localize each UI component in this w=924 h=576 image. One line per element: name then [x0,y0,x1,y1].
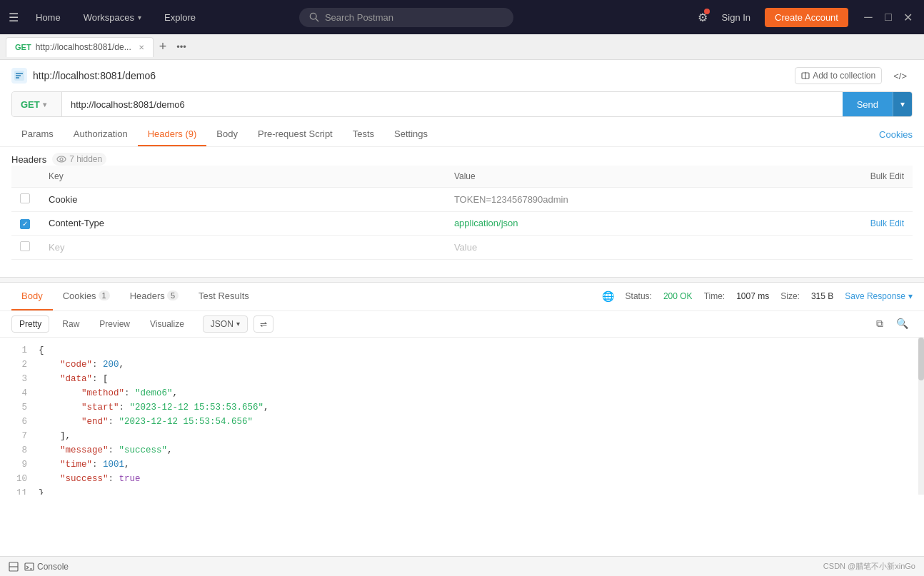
format-chevron-icon: ▾ [236,320,240,328]
table-row: Cookie TOKEN=1234567890admin [11,188,913,212]
nav-explore[interactable]: Explore [159,9,201,26]
header-col-bulk: Bulk Edit [855,166,913,188]
tab-authorization[interactable]: Authorization [64,123,138,146]
bulk-edit-button[interactable]: Bulk Edit [870,218,904,228]
format-label: JSON [211,319,233,329]
bottom-bar: Console CSDN @腊笔不小新xinGo [0,556,924,576]
svg-point-9 [60,158,63,161]
key-placeholder-cell[interactable]: Key [49,242,64,253]
minimize-button[interactable]: ─ [861,11,875,24]
code-line: 1 { [0,343,924,358]
method-dropdown-icon: ▾ [43,101,46,108]
resp-tab-test-results[interactable]: Test Results [189,283,259,310]
tab-body[interactable]: Body [206,123,248,146]
tab-pre-request-script[interactable]: Pre-request Script [248,123,343,146]
resp-tab-cookies[interactable]: Cookies 1 [53,283,120,310]
headers-table: Key Value Bulk Edit Cookie TOKEN=1234567… [11,166,913,260]
url-input[interactable] [62,92,843,116]
tab-method: GET [15,43,31,51]
code-line: 5 "start": "2023-12-12 15:53:53.656", [0,400,924,415]
key-cell[interactable]: Cookie [49,194,77,205]
send-main-button[interactable]: Send [843,92,893,116]
view-pretty-button[interactable]: Pretty [11,315,49,333]
row-checkbox[interactable]: ✓ [20,219,30,229]
panel-divider [0,277,924,283]
request-tab[interactable]: GET http://localhost:8081/de... ✕ [6,37,154,57]
send-dropdown-button[interactable]: ▾ [893,92,912,116]
tab-params[interactable]: Params [11,123,64,146]
console-button[interactable]: Console [24,562,69,572]
value-cell[interactable]: TOKEN=1234567890admin [454,194,568,205]
row-checkbox[interactable] [20,241,30,251]
view-preview-button[interactable]: Preview [92,316,137,332]
create-account-button[interactable]: Create Account [765,8,848,27]
resp-tab-body[interactable]: Body [11,283,53,310]
scrollbar-thumb[interactable] [918,338,924,380]
code-button[interactable]: </> [888,68,913,84]
response-status: 🌐 Status: 200 OK Time: 1007 ms Size: 315… [602,290,913,302]
save-response-button[interactable]: Save Response ▾ [845,291,913,301]
table-row: Key Value [11,235,913,259]
svg-point-8 [57,156,66,162]
nav-home[interactable]: Home [30,9,66,26]
collection-icon [801,71,810,80]
send-button-group: Send ▾ [843,92,912,116]
tab-add-button[interactable]: + [155,39,171,54]
settings-button[interactable]: ⚙ [698,11,708,24]
console-icon [24,562,34,572]
response-panel: Body Cookies 1 Headers 5 Test Results 🌐 … [0,283,924,495]
globe-icon: 🌐 [602,290,614,302]
signin-button[interactable]: Sign In [715,9,758,26]
titlebar-right: ⚙ Sign In Create Account ─ □ ✕ [698,8,915,27]
tab-close-icon[interactable]: ✕ [139,44,144,51]
format-select[interactable]: JSON ▾ [203,315,248,333]
search-bar[interactable]: Search Postman [299,8,513,27]
scrollbar-track[interactable] [918,338,924,495]
tab-more-button[interactable]: ••• [172,41,191,52]
url-bar: GET ▾ Send ▾ [11,91,913,117]
close-button[interactable]: ✕ [901,11,915,24]
layout-icon[interactable] [9,562,19,572]
tab-headers[interactable]: Headers (9) [138,123,207,146]
value-cell[interactable]: application/json [454,218,518,228]
eye-icon [56,156,66,163]
svg-line-1 [316,19,318,21]
method-select[interactable]: GET ▾ [12,92,62,116]
search-code-button[interactable]: 🔍 [892,316,913,331]
watermark: CSDN @腊笔不小新xinGo [823,561,915,572]
key-cell[interactable]: Content-Type [49,218,104,228]
wrap-button[interactable]: ⇌ [253,315,273,333]
search-placeholder: Search Postman [325,12,393,23]
copy-button[interactable]: ⧉ [872,316,888,331]
restore-button[interactable]: □ [881,11,895,24]
view-visualize-button[interactable]: Visualize [143,316,191,332]
header-col-value: Value [446,166,855,188]
svg-line-14 [26,567,29,569]
value-placeholder-cell[interactable]: Value [454,242,477,253]
code-line: 2 "code": 200, [0,358,924,372]
save-response-chevron-icon: ▾ [908,291,913,301]
tab-tests[interactable]: Tests [343,123,384,146]
row-checkbox[interactable] [20,193,30,203]
code-line: 11 } [0,486,924,495]
header-col-check [11,166,40,188]
add-to-collection-button[interactable]: Add to collection [795,67,882,84]
header-col-key: Key [40,166,446,188]
menu-icon[interactable]: ☰ [9,11,19,24]
request-title: http://localhost:8081/demo6 [33,70,789,81]
svg-rect-12 [25,563,34,570]
resp-tab-headers[interactable]: Headers 5 [120,283,189,310]
tab-settings[interactable]: Settings [384,123,438,146]
status-label: Status: [626,291,652,301]
headers-section: Headers 7 hidden Key Value Bulk Edit Coo… [0,147,924,260]
request-icon [11,68,27,84]
cookies-link[interactable]: Cookies [879,123,913,146]
table-row: ✓ Content-Type application/json Bulk Edi… [11,212,913,236]
nav-workspaces[interactable]: Workspaces ▾ [78,9,147,26]
response-tabs-bar: Body Cookies 1 Headers 5 Test Results 🌐 … [0,283,924,311]
code-line: 9 "time": 1001, [0,458,924,472]
view-raw-button[interactable]: Raw [55,316,86,332]
code-line: 4 "method": "demo6", [0,386,924,400]
time-value: 1007 ms [736,291,769,301]
method-label: GET [21,99,40,110]
